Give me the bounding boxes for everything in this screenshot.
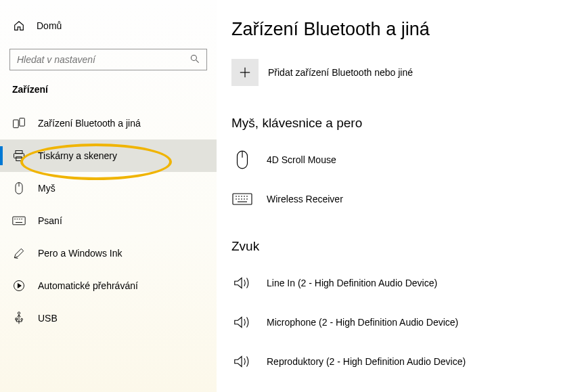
sidebar-item-typing[interactable]: Psaní xyxy=(0,204,217,237)
device-row[interactable]: 4D Scroll Mouse xyxy=(231,140,580,179)
sidebar-item-autoplay[interactable]: Automatické přehrávání xyxy=(0,269,217,302)
search-icon xyxy=(189,53,200,64)
device-row[interactable]: Wireless Receiver xyxy=(231,179,580,219)
sidebar-item-usb[interactable]: USB xyxy=(0,302,217,334)
svg-rect-3 xyxy=(16,151,22,154)
main-panel: Zařízení Bluetooth a jiná Přidat zařízen… xyxy=(217,0,580,392)
printer-icon xyxy=(12,149,26,162)
device-name: Reproduktory (2 - High Definition Audio … xyxy=(267,356,466,367)
keyboard-icon xyxy=(231,192,253,206)
bluetooth-devices-icon xyxy=(12,116,26,130)
speaker-icon xyxy=(231,353,253,370)
device-row[interactable]: Microphone (2 - High Definition Audio De… xyxy=(231,303,580,342)
mouse-icon xyxy=(12,181,26,195)
speaker-icon xyxy=(231,314,253,330)
sidebar-item-mouse[interactable]: Myš xyxy=(0,172,217,204)
home-nav[interactable]: Domů xyxy=(0,19,217,49)
device-row[interactable]: Reproduktory (2 - High Definition Audio … xyxy=(231,342,580,381)
home-icon xyxy=(12,19,26,32)
device-name: Wireless Receiver xyxy=(267,194,343,204)
speaker-icon xyxy=(231,275,253,291)
sidebar-item-label: Pero a Windows Ink xyxy=(38,248,122,259)
svg-rect-1 xyxy=(14,120,19,128)
svg-point-0 xyxy=(191,55,196,60)
svg-point-15 xyxy=(18,312,20,314)
svg-rect-16 xyxy=(16,318,18,320)
usb-icon xyxy=(12,311,26,325)
sidebar-item-bluetooth-devices[interactable]: Zařízení Bluetooth a jiná xyxy=(0,107,217,139)
sidebar-item-printers-scanners[interactable]: Tiskárny a skenery xyxy=(0,139,217,172)
sidebar-item-label: Automatické přehrávání xyxy=(38,280,138,291)
search-input[interactable] xyxy=(9,49,207,70)
sidebar-item-label: Psaní xyxy=(38,215,62,226)
mouse-icon xyxy=(231,150,253,170)
page-title: Zařízení Bluetooth a jiná xyxy=(231,19,580,40)
plus-icon xyxy=(231,59,259,86)
settings-window: Domů Zařízení Zařízení Bluetooth a jiná xyxy=(0,0,580,392)
add-device-label: Přidat zařízení Bluetooth nebo jiné xyxy=(268,67,413,78)
sidebar: Domů Zařízení Zařízení Bluetooth a jiná xyxy=(0,0,217,392)
sidebar-nav: Zařízení Bluetooth a jiná Tiskárny a ske… xyxy=(0,107,217,334)
svg-rect-5 xyxy=(16,157,22,161)
section-heading-sound: Zvuk xyxy=(231,239,580,254)
device-row[interactable]: Line In (2 - High Definition Audio Devic… xyxy=(231,263,580,303)
device-name: 4D Scroll Mouse xyxy=(267,154,336,165)
section-heading-input: Myš, klávesnice a pero xyxy=(231,116,580,131)
device-name: Microphone (2 - High Definition Audio De… xyxy=(267,317,458,328)
search-container xyxy=(9,49,207,70)
sidebar-item-pen-ink[interactable]: Pero a Windows Ink xyxy=(0,237,217,269)
sidebar-item-label: Myš xyxy=(38,183,55,194)
pen-icon xyxy=(12,246,26,260)
autoplay-icon xyxy=(12,279,26,292)
sidebar-item-label: Zařízení Bluetooth a jiná xyxy=(38,118,141,129)
keyboard-icon xyxy=(12,214,26,227)
device-name: Line In (2 - High Definition Audio Devic… xyxy=(267,278,437,288)
svg-rect-2 xyxy=(20,118,25,127)
sidebar-section-title: Zařízení xyxy=(0,84,217,107)
sidebar-item-label: USB xyxy=(38,313,58,324)
add-device-button[interactable]: Přidat zařízení Bluetooth nebo jiné xyxy=(231,59,580,86)
svg-rect-4 xyxy=(14,154,24,158)
svg-rect-8 xyxy=(13,217,25,225)
home-label: Domů xyxy=(37,20,62,31)
sidebar-item-label: Tiskárny a skenery xyxy=(38,150,117,161)
